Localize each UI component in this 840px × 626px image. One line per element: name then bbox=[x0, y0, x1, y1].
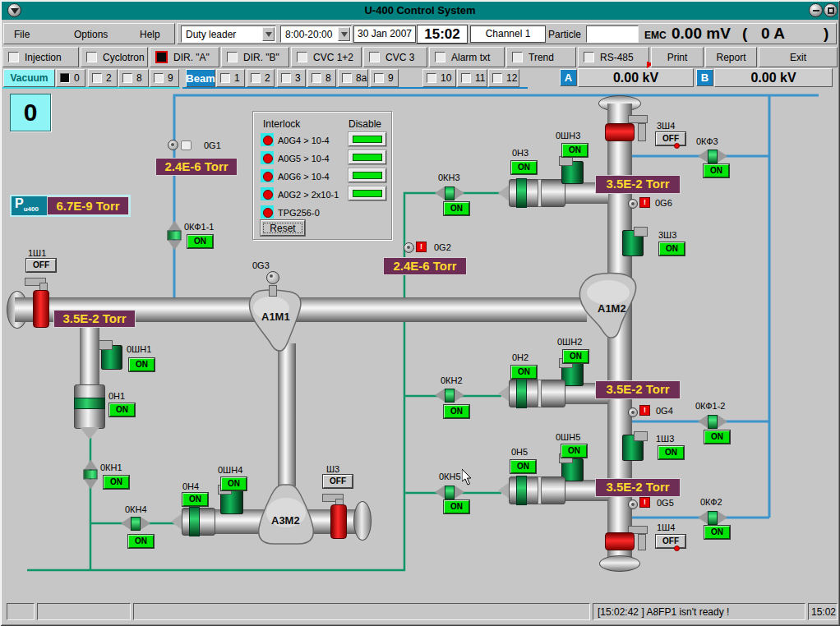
valve-3sh4-handle2 bbox=[638, 123, 646, 141]
gauge-0g2-icon[interactable] bbox=[404, 242, 414, 253]
valve-0kf1-1-status[interactable]: ON bbox=[187, 235, 213, 248]
valve-0shn5-status[interactable]: ON bbox=[561, 444, 587, 458]
valve-body bbox=[708, 150, 718, 163]
valve-0kf1-1-icon[interactable] bbox=[168, 221, 182, 251]
valve-0shn1-status[interactable]: ON bbox=[129, 358, 155, 371]
interlock-indicator-1 bbox=[261, 133, 274, 146]
pump-0n2-status[interactable]: ON bbox=[511, 366, 537, 379]
valve-sh3-icon[interactable] bbox=[330, 504, 347, 539]
valve-0kn1-label: 0КН1 bbox=[100, 463, 122, 472]
gauge-0g4-icon[interactable] bbox=[628, 407, 638, 417]
valve-0kn2-status[interactable]: ON bbox=[444, 405, 469, 418]
valve-sh3-status[interactable]: OFF bbox=[323, 475, 353, 488]
gauge-0g1-icon[interactable] bbox=[168, 140, 178, 150]
interlock-title: Interlock bbox=[263, 118, 300, 130]
pump-0n5-status[interactable]: ON bbox=[510, 460, 536, 473]
pump-0n4-status[interactable]: ON bbox=[182, 493, 208, 506]
interlock-indicator-3 bbox=[261, 169, 274, 182]
pump-0n3-status[interactable]: ON bbox=[511, 161, 537, 174]
valve-3sh4-status[interactable]: OFF bbox=[656, 132, 685, 145]
valve-0kf2-status[interactable]: ON bbox=[704, 526, 730, 539]
statusbar-cell-1 bbox=[7, 603, 35, 620]
pipe-a1m1-down bbox=[278, 343, 296, 486]
pump-0n4-icon[interactable] bbox=[171, 507, 215, 536]
pump-ring bbox=[516, 379, 527, 408]
valve-0kf3-icon[interactable] bbox=[698, 150, 727, 163]
valve-0kn3-icon[interactable] bbox=[435, 186, 464, 200]
mouse-cursor bbox=[462, 469, 473, 486]
pipe-bottom-flange bbox=[599, 555, 640, 572]
valve-0shn1-label: 0ШН1 bbox=[127, 344, 151, 354]
valve-1sh3-status[interactable]: ON bbox=[658, 446, 684, 459]
valve-0shn4-status[interactable]: ON bbox=[221, 477, 247, 490]
pump-0n1-icon[interactable] bbox=[74, 384, 105, 444]
valve-0kf1-2-status[interactable]: ON bbox=[704, 430, 730, 444]
valve-0kn1-status[interactable]: ON bbox=[104, 476, 129, 489]
valve-0kf1-2-icon[interactable] bbox=[698, 415, 727, 429]
statusbar-cell-3 bbox=[133, 603, 590, 620]
valve-cone bbox=[718, 150, 727, 163]
valve-3sh4-icon[interactable] bbox=[605, 123, 635, 141]
pump-0n3-icon[interactable] bbox=[498, 178, 565, 208]
gauge-0g5-label: 0G5 bbox=[657, 498, 674, 508]
valve-0shn1-icon[interactable] bbox=[101, 345, 122, 370]
pump-ring bbox=[74, 398, 105, 409]
valve-cone bbox=[85, 460, 98, 470]
valve-0kn5-status[interactable]: ON bbox=[444, 500, 469, 513]
gauge-0g5-icon[interactable] bbox=[628, 499, 638, 509]
disable-button-2[interactable] bbox=[348, 150, 386, 164]
pump-ring2 bbox=[538, 476, 542, 504]
valve-0shn3-status[interactable]: ON bbox=[562, 144, 588, 157]
reset-button[interactable]: Reset bbox=[261, 220, 305, 236]
valve-1sh4-status[interactable]: OFF bbox=[656, 535, 685, 548]
pipe-vertical-left bbox=[80, 322, 99, 388]
valve-3sh3-icon[interactable] bbox=[622, 230, 644, 256]
valve-0shn5-label: 0ШН5 bbox=[556, 432, 580, 442]
pressure-label-0g2: 2.4E-6 Torr bbox=[383, 257, 467, 275]
valve-0shn4-icon[interactable] bbox=[220, 490, 243, 514]
valve-0kf1-1-label: 0КФ1-1 bbox=[184, 222, 214, 232]
valve-0kn3-status[interactable]: ON bbox=[444, 202, 469, 215]
valve-cone bbox=[455, 486, 464, 499]
valve-1sh1-icon[interactable] bbox=[33, 290, 49, 328]
gauge-0g4-alarm-icon: ! bbox=[639, 405, 650, 416]
disable-bar bbox=[353, 154, 382, 161]
pump-0n5-icon[interactable] bbox=[498, 476, 565, 505]
gauge-0g6-icon[interactable] bbox=[628, 199, 638, 209]
valve-0kn4-icon[interactable] bbox=[121, 517, 150, 531]
statusbar-time: 15:02 bbox=[808, 603, 838, 620]
pump-0n1-label: 0Н1 bbox=[108, 391, 125, 401]
valve-1sh4-icon[interactable] bbox=[605, 532, 635, 550]
valve-0shn3-icon[interactable] bbox=[561, 161, 584, 184]
pump-0n5-label: 0Н5 bbox=[511, 447, 528, 457]
valve-0shn2-status[interactable]: ON bbox=[563, 350, 588, 363]
valve-1sh1-status[interactable]: OFF bbox=[26, 259, 56, 272]
valve-0kf2-icon[interactable] bbox=[698, 511, 727, 525]
disable-button-3[interactable] bbox=[348, 168, 386, 182]
interlock-panel: Interlock Disable A0G4 > 10-4 A0G5 > 10-… bbox=[252, 111, 392, 240]
valve-cone bbox=[455, 389, 464, 402]
pump-nose bbox=[80, 427, 99, 440]
app-window: U-400 Control System File Options Help D… bbox=[0, 0, 840, 626]
gauge-0g3-icon[interactable] bbox=[266, 271, 279, 284]
valve-0kf3-status[interactable]: ON bbox=[704, 164, 729, 177]
valve-1sh3-icon[interactable] bbox=[622, 435, 644, 461]
disable-button-1[interactable] bbox=[348, 132, 386, 146]
chamber-a1m2-label: A1M2 bbox=[598, 302, 626, 315]
valve-3sh3-status[interactable]: ON bbox=[659, 242, 685, 255]
valve-0kn2-icon[interactable] bbox=[435, 389, 464, 403]
valve-0kn5-label: 0КН5 bbox=[439, 472, 461, 481]
valve-0kn4-status[interactable]: ON bbox=[128, 535, 154, 548]
pump-0n2-icon[interactable] bbox=[498, 379, 565, 408]
pressure-label-0g6: 3.5E-2 Torr bbox=[595, 175, 681, 194]
valve-0kn5-icon[interactable] bbox=[435, 486, 464, 499]
valve-0shn4-label: 0ШН4 bbox=[218, 465, 242, 475]
disable-button-4[interactable] bbox=[348, 186, 386, 200]
pressure-label-0g5: 3.5E-2 Torr bbox=[595, 478, 681, 497]
valve-cone bbox=[698, 150, 708, 163]
gauge-0g2-label: 0G2 bbox=[434, 242, 451, 252]
valve-0kn1-icon[interactable] bbox=[84, 460, 98, 490]
valve-cone bbox=[121, 517, 131, 530]
pump-0n1-status[interactable]: ON bbox=[109, 403, 135, 417]
statusbar-message: [15:02:42 ] A8FP1 isn't ready ! bbox=[593, 603, 805, 620]
